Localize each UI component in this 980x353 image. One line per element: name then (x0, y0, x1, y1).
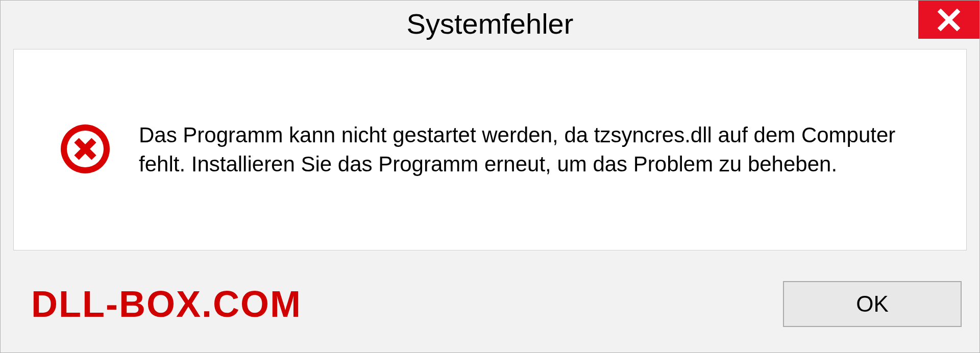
close-icon (937, 8, 961, 32)
titlebar: Systemfehler (1, 1, 979, 46)
content-panel: Das Programm kann nicht gestartet werden… (13, 49, 967, 250)
error-message: Das Programm kann nicht gestartet werden… (139, 121, 946, 179)
dialog-footer: DLL-BOX.COM OK (1, 256, 979, 352)
error-icon (60, 123, 111, 174)
ok-button-label: OK (856, 291, 889, 317)
ok-button[interactable]: OK (783, 281, 962, 327)
close-button[interactable] (918, 1, 979, 39)
error-icon-wrapper (60, 123, 111, 176)
watermark-text: DLL-BOX.COM (31, 283, 302, 325)
error-dialog: Systemfehler Das Programm kann nicht ges… (0, 0, 980, 353)
dialog-title: Systemfehler (407, 7, 574, 40)
